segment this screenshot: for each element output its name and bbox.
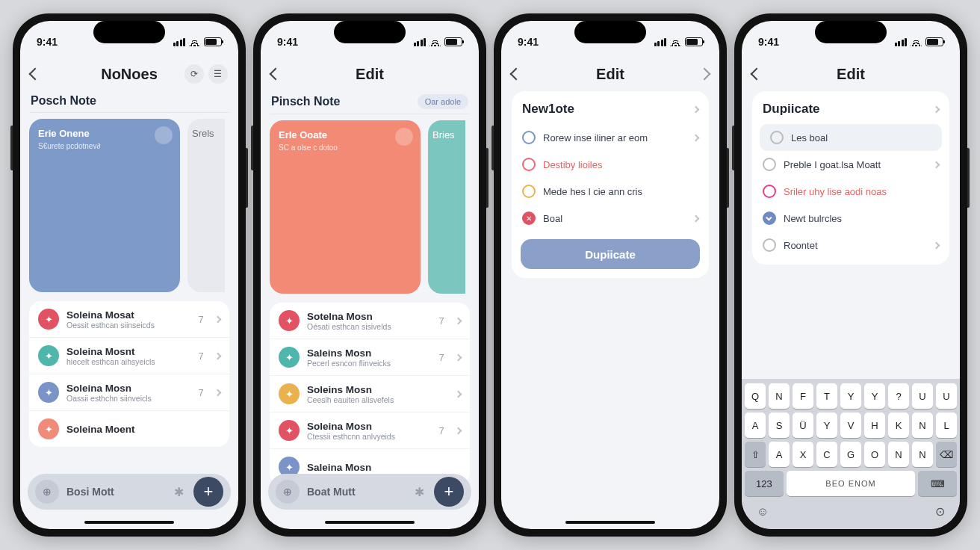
key[interactable]: U [936, 383, 957, 409]
radio-icon[interactable] [763, 185, 776, 198]
radio-icon[interactable] [522, 131, 536, 144]
key[interactable]: Y [864, 383, 885, 409]
option-item[interactable]: Mede hes l cie ann cris [512, 178, 709, 205]
key[interactable]: ? [888, 383, 909, 409]
more-icon[interactable]: ✱ [412, 485, 427, 499]
chevron-right-icon [214, 352, 222, 359]
filter-button[interactable]: ⊕ [35, 480, 59, 504]
forward-icon[interactable] [698, 68, 711, 81]
key[interactable]: N [769, 383, 790, 409]
list-item[interactable]: ✦Soleina Moent [29, 411, 229, 447]
key[interactable]: A [769, 442, 790, 467]
home-indicator[interactable] [565, 521, 655, 524]
row-count: 7 [194, 314, 208, 325]
add-button[interactable]: + [434, 477, 464, 507]
chevron-right-icon [692, 134, 700, 141]
shift-key[interactable]: ⇧ [745, 442, 766, 467]
option-item[interactable]: Roontet [752, 232, 949, 259]
space-key[interactable]: BEO ENOM [787, 471, 916, 496]
featured-note-card[interactable]: Erle Ooate SC a olse c dotoo [270, 120, 421, 294]
profile-button[interactable]: ☰ [208, 64, 228, 84]
peek-card[interactable]: Srels [187, 119, 225, 292]
key[interactable]: L [936, 412, 957, 438]
radio-icon[interactable] [522, 185, 536, 198]
key[interactable]: Q [745, 383, 766, 409]
row-sub: Oésati esthcan sisivelds [307, 322, 427, 331]
key[interactable]: C [816, 442, 837, 467]
nav-bar: Edit [501, 57, 719, 91]
radio-icon[interactable] [763, 238, 776, 252]
key[interactable]: S [769, 412, 790, 438]
wifi-icon [670, 37, 681, 46]
dynamic-island [93, 21, 165, 43]
back-icon[interactable] [29, 68, 42, 81]
panel-header[interactable]: New1ote [512, 97, 709, 124]
list-item[interactable]: ✦Soleina MosnCtessii esthcnn anlvyeids7 [270, 412, 470, 449]
list-item[interactable]: ✦Sotelna MosnOésati esthcan sisivelds7 [270, 303, 470, 339]
list-item[interactable]: ✦Saleins MosnPecerl esncon flinveicks7 [270, 339, 470, 376]
back-icon[interactable] [751, 68, 763, 81]
key[interactable]: H [864, 412, 885, 438]
key[interactable]: K [888, 412, 909, 438]
filter-button[interactable]: ⊕ [276, 480, 300, 504]
add-button[interactable]: + [193, 477, 223, 507]
option-item[interactable]: Preble I goat.lsa Moatt [752, 151, 949, 178]
return-key[interactable]: ⌨ [918, 471, 957, 496]
key[interactable]: N [912, 412, 933, 438]
key[interactable]: Y [816, 412, 837, 438]
key[interactable]: O [864, 442, 885, 467]
list-item[interactable]: ✦Soleina Mosnthiecelt esthcan aihsyeicls… [29, 338, 229, 374]
numbers-key[interactable]: 123 [745, 471, 784, 496]
key[interactable]: A [745, 412, 766, 438]
radio-icon[interactable] [763, 211, 776, 225]
more-icon[interactable]: ✱ [171, 485, 186, 499]
option-item[interactable]: Les boal [760, 124, 942, 151]
key[interactable]: X [793, 442, 813, 467]
radio-icon[interactable] [522, 211, 536, 225]
radio-icon[interactable] [763, 158, 776, 171]
card-title: Erie Onene [38, 128, 171, 139]
row-count: 7 [435, 315, 448, 327]
key[interactable]: V [840, 412, 861, 438]
back-icon[interactable] [510, 68, 523, 81]
duplicate-button[interactable]: Dupiicate [521, 239, 700, 269]
option-item[interactable]: Newt bulrcles [752, 205, 949, 232]
key[interactable]: U [912, 383, 933, 409]
dynamic-island [815, 21, 887, 43]
list-item[interactable]: ✦Soleins MosnCeesih eauiten alisvefels [270, 376, 470, 412]
option-item[interactable]: Boal [512, 205, 709, 232]
key[interactable]: N [888, 442, 909, 467]
radio-icon[interactable] [770, 131, 784, 144]
home-indicator[interactable] [84, 521, 174, 524]
chevron-right-icon [455, 390, 462, 398]
key[interactable]: T [816, 383, 837, 409]
keyboard[interactable]: QNFTYY?UU ASÜYVHKNL ⇧ AXCGONN ⌫ 123 BEO … [742, 379, 960, 529]
clock: 9:41 [277, 36, 298, 48]
row-count: 7 [435, 425, 448, 436]
option-label: Destiby lioiles [543, 159, 698, 170]
option-item[interactable]: Destiby lioiles [512, 151, 709, 178]
option-item[interactable]: Sriler uhy lise aodi noas [752, 178, 949, 205]
home-indicator[interactable] [325, 521, 415, 524]
list-item[interactable]: ✦Soleina MosnOassii esthchn siinveicls7 [29, 374, 229, 411]
option-item[interactable]: Rorew inse iliner ar eom [512, 124, 709, 151]
key[interactable]: Ü [793, 412, 813, 438]
radio-icon[interactable] [522, 158, 536, 171]
key[interactable]: G [840, 442, 861, 467]
emoji-key[interactable]: ☺ [757, 505, 769, 519]
key[interactable]: F [793, 383, 813, 409]
option-label: Preble I goat.lsa Moatt [784, 159, 926, 170]
panel-header[interactable]: Dupiicate [752, 97, 949, 124]
featured-note-card[interactable]: Erie Onene S€urete pcdotnev∂ [29, 119, 180, 292]
back-icon[interactable] [270, 68, 282, 81]
mic-key[interactable]: ⊙ [935, 504, 945, 519]
list-item[interactable]: ✦Soleina MosatOessit esthcan siinseicds7 [29, 301, 229, 338]
sync-button[interactable]: ⟳ [184, 64, 204, 84]
chip-button[interactable]: Oar adole [418, 94, 468, 109]
key[interactable]: Y [840, 383, 861, 409]
key[interactable]: N [912, 442, 933, 467]
chevron-right-icon [455, 427, 462, 434]
backspace-key[interactable]: ⌫ [936, 442, 957, 467]
peek-card[interactable]: Bries [428, 120, 465, 294]
row-title: Soleina Mosn [66, 383, 187, 394]
